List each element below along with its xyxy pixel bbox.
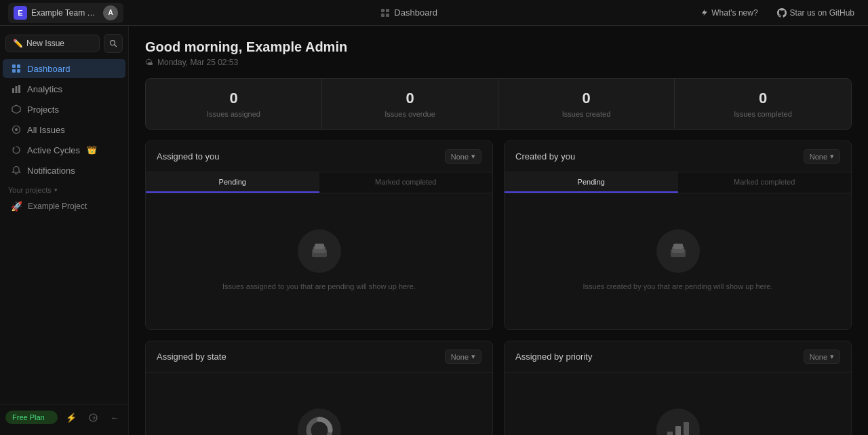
sidebar: ✏️ New Issue Dashboard: [0, 26, 129, 435]
panel-assigned-title: Assigned to you: [157, 151, 220, 162]
chevron-down-icon: ▾: [54, 187, 58, 193]
boost-button[interactable]: ⚡: [63, 409, 79, 425]
bar-chart-icon: [663, 415, 693, 435]
stat-label-created: Issues created: [512, 110, 660, 118]
layers-icon-2: [667, 240, 690, 263]
chevron-down-icon: ▾: [471, 152, 475, 161]
tab-assigned-completed[interactable]: Marked completed: [319, 172, 493, 193]
panel-assigned-header: Assigned to you None ▾: [146, 141, 492, 172]
panel-assigned-empty-text: Issues assigned to you that are pending …: [222, 281, 416, 293]
sidebar-item-projects[interactable]: Projects: [3, 100, 125, 119]
free-plan-button[interactable]: Free Plan: [5, 411, 58, 424]
stat-issues-completed: 0 Issues completed: [675, 79, 851, 129]
new-issue-button[interactable]: ✏️ New Issue: [5, 35, 100, 52]
workspace-icon: E: [14, 6, 27, 20]
help-icon: ?: [89, 413, 98, 422]
svg-rect-2: [381, 14, 384, 17]
panel-assigned-by-priority: Assigned by priority None ▾ Issue: [504, 341, 852, 435]
svg-rect-1: [386, 9, 389, 12]
stat-number-completed: 0: [688, 90, 837, 107]
stat-issues-overdue: 0 Issues overdue: [322, 79, 498, 129]
stat-number-created: 0: [512, 90, 660, 107]
panel-assigned-filter[interactable]: None ▾: [445, 149, 481, 164]
dashboard-icon: [11, 63, 22, 74]
svg-rect-7: [17, 64, 20, 68]
main-layout: ✏️ New Issue Dashboard: [0, 26, 868, 435]
donut-chart-icon: [304, 415, 334, 435]
svg-rect-12: [18, 85, 20, 93]
stat-label-completed: Issues completed: [688, 110, 837, 118]
panel-state-filter[interactable]: None ▾: [445, 349, 481, 364]
date-text: Monday, Mar 25 02:53: [157, 58, 238, 67]
topbar: E Example Team Worksp... A Dashboard Wha…: [0, 0, 868, 26]
workspace-name: Example Team Worksp...: [31, 8, 99, 18]
svg-rect-24: [673, 244, 683, 249]
sidebar-item-example-project[interactable]: 🚀 Example Project: [3, 197, 125, 215]
layers-icon: [308, 240, 331, 263]
collapse-icon: ←: [111, 413, 119, 423]
svg-rect-11: [16, 86, 18, 93]
github-icon: [777, 8, 787, 18]
stat-label-overdue: Issues overdue: [336, 110, 484, 118]
all-issues-icon: [11, 124, 22, 135]
sidebar-item-analytics[interactable]: Analytics: [3, 79, 125, 98]
sidebar-item-dashboard[interactable]: Dashboard: [3, 59, 125, 78]
stat-number-assigned: 0: [159, 90, 308, 107]
svg-rect-0: [381, 9, 384, 12]
chevron-down-icon: ▾: [471, 352, 475, 361]
svg-rect-26: [667, 432, 673, 435]
active-cycles-icon: [11, 145, 22, 155]
plus-icon: ✏️: [13, 39, 23, 48]
weather-icon: 🌤: [145, 58, 153, 67]
panel-created-header: Created by you None ▾: [505, 141, 851, 172]
svg-marker-13: [12, 105, 20, 113]
panel-assigned-to-you: Assigned to you None ▾ Pending Marked co…: [145, 140, 493, 330]
svg-rect-3: [386, 14, 389, 17]
svg-point-15: [15, 128, 18, 131]
panel-assigned-empty: Issues assigned to you that are pending …: [146, 193, 492, 329]
star-github-button[interactable]: Star us on GitHub: [772, 5, 860, 20]
crown-icon: 👑: [87, 145, 97, 155]
sidebar-top: ✏️ New Issue: [0, 31, 128, 56]
workspace-selector[interactable]: E Example Team Worksp... A: [8, 3, 123, 23]
dashboard-nav-icon: [380, 8, 390, 18]
panel-created-by-you: Created by you None ▾ Pending Marked com…: [504, 140, 852, 330]
analytics-icon: [11, 83, 22, 94]
panel-created-empty: Issues created by you that are pending w…: [505, 193, 851, 329]
tab-created-pending[interactable]: Pending: [505, 172, 678, 193]
svg-line-5: [115, 45, 117, 47]
your-projects-section[interactable]: Your projects ▾: [0, 181, 128, 197]
whats-new-button[interactable]: What's new?: [694, 5, 763, 20]
topbar-right: What's new? Star us on GitHub: [694, 5, 860, 20]
stat-label-assigned: Issues assigned: [159, 110, 308, 118]
panel-assigned-by-state: Assigned by state None ▾ Issue assigned …: [145, 341, 493, 435]
topbar-left: E Example Team Worksp... A: [8, 3, 123, 23]
tab-assigned-pending[interactable]: Pending: [146, 172, 319, 193]
panel-created-filter[interactable]: None ▾: [804, 149, 840, 164]
collapse-sidebar-button[interactable]: ←: [106, 409, 123, 425]
stat-number-overdue: 0: [336, 90, 484, 107]
help-button[interactable]: ?: [85, 409, 101, 425]
svg-rect-8: [12, 69, 16, 73]
svg-rect-21: [315, 244, 324, 249]
projects-icon: [11, 104, 22, 115]
empty-donut-icon: [298, 409, 341, 435]
panel-priority-filter[interactable]: None ▾: [804, 349, 840, 364]
panel-priority-empty: Issues assigned to you, broken down by p…: [505, 373, 851, 435]
sidebar-item-notifications[interactable]: Notifications: [3, 161, 125, 180]
avatar: A: [103, 5, 118, 20]
panel-priority-header: Assigned by priority None ▾: [505, 341, 851, 373]
tab-created-completed[interactable]: Marked completed: [678, 172, 852, 193]
svg-rect-28: [684, 422, 689, 435]
svg-rect-9: [17, 69, 20, 73]
svg-text:?: ?: [92, 415, 96, 421]
date-line: 🌤 Monday, Mar 25 02:53: [145, 58, 852, 67]
svg-rect-27: [675, 426, 681, 435]
sidebar-item-all-issues[interactable]: All Issues: [3, 120, 125, 139]
topbar-breadcrumb: Dashboard: [380, 7, 437, 18]
stat-issues-assigned: 0 Issues assigned: [146, 79, 322, 129]
sidebar-item-active-cycles[interactable]: Active Cycles 👑: [3, 140, 125, 159]
search-button[interactable]: [104, 34, 123, 53]
chevron-down-icon: ▾: [830, 352, 834, 361]
sidebar-bottom: Free Plan ⚡ ? ←: [0, 404, 128, 430]
